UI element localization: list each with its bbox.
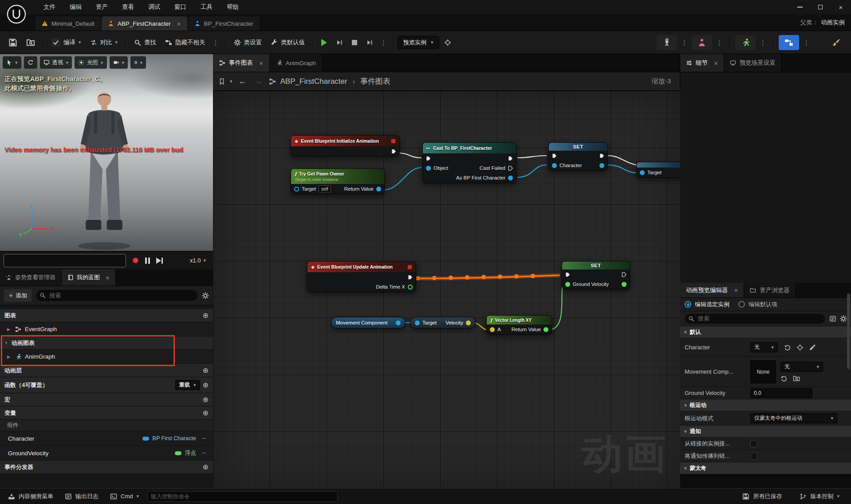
settings-gear-icon[interactable] (202, 292, 209, 299)
self-default-value[interactable]: self (319, 185, 331, 192)
exec-in-pin[interactable] (565, 272, 570, 277)
breadcrumb-current[interactable]: 事件图表 (360, 76, 390, 86)
root-motion-mode-dropdown[interactable]: 仅蒙太奇中的根运动 ▾ (750, 413, 837, 423)
diff-button[interactable]: 对比 ▾ (86, 35, 122, 50)
ground-velocity-input[interactable] (750, 388, 812, 398)
movement-value-dropdown[interactable]: 无 ▾ (780, 362, 823, 372)
console-command-input[interactable] (147, 491, 338, 502)
node-get-movement-component[interactable]: Movement Component (331, 317, 406, 328)
add-variable-button[interactable]: ⊕ (203, 409, 209, 417)
play-button[interactable] (317, 36, 331, 49)
chevron-down-icon[interactable]: ▾ (230, 78, 232, 84)
animation-options-button[interactable]: ⋮ (757, 37, 768, 48)
details-scrollbar[interactable] (847, 293, 850, 369)
hide-unrelated-button[interactable]: 隐藏不相关 (161, 35, 209, 50)
exec-out-pin[interactable] (391, 149, 396, 154)
content-drawer-button[interactable]: 内容侧滑菜单 (4, 491, 57, 502)
preview-instance-dropdown[interactable]: 预览实例 ▾ (398, 36, 439, 49)
physics-mode-button[interactable] (826, 35, 847, 50)
play-options-button[interactable]: ⋮ (378, 37, 389, 48)
variable-row-groundvelocity[interactable]: GroundVelocity 浮点 ~ (0, 446, 213, 461)
menu-tools[interactable]: 工具 (193, 0, 220, 14)
node-event-update-animation[interactable]: ◆ Event Blueprint Update Animation Delta… (307, 261, 416, 292)
output-log-button[interactable]: 输出日志 (61, 491, 102, 502)
radio-edit-instance[interactable] (685, 301, 691, 308)
tab-asset-browser[interactable]: 资产浏览器 (744, 283, 796, 297)
lit-mode-dropdown[interactable]: 光照▾ (75, 56, 107, 69)
movement-component-out-pin[interactable] (396, 320, 401, 325)
camera-dropdown[interactable]: ▾ (110, 56, 128, 69)
section-functions[interactable]: 函数（4可覆盖） 重载 ▾ ⊕ (0, 377, 213, 393)
menu-edit[interactable]: 编辑 (63, 0, 89, 14)
more-options-button[interactable]: ⋮ (210, 37, 221, 48)
object-thumbnail[interactable]: None (750, 360, 776, 383)
step-forward-button[interactable] (156, 258, 163, 264)
cast-failed-exec-pin[interactable] (508, 166, 513, 171)
mesh-options-button[interactable]: ⋮ (714, 37, 725, 48)
maximize-button[interactable] (810, 0, 831, 14)
receive-notifies-checkbox[interactable] (750, 440, 757, 447)
propagate-notifies-checkbox[interactable] (750, 453, 757, 460)
browse-asset-button[interactable] (22, 35, 39, 50)
exec-in-pin[interactable] (426, 156, 431, 161)
menu-view[interactable]: 查看 (115, 0, 141, 14)
pause-button[interactable] (145, 258, 150, 264)
close-tab-icon[interactable]: × (259, 59, 263, 67)
menu-debug[interactable]: 调试 (141, 0, 167, 14)
unreal-logo-icon[interactable] (4, 2, 28, 26)
tab-details[interactable]: 细节 × (680, 54, 724, 72)
add-macro-button[interactable]: ⊕ (203, 395, 209, 404)
return-value-pin[interactable] (376, 187, 381, 191)
target-pin[interactable] (294, 187, 299, 191)
exec-in-pin[interactable] (552, 153, 557, 158)
return-value-pin[interactable] (544, 327, 548, 332)
menu-help[interactable]: 帮助 (220, 0, 246, 14)
tab-abp-firstcharacter[interactable]: ABP_FirstCharacter × (102, 16, 187, 31)
exec-out-pin[interactable] (408, 275, 413, 280)
revision-control-button[interactable]: 版本控制 ▾ (796, 491, 843, 502)
view-options-icon[interactable] (829, 315, 836, 322)
eject-button[interactable] (362, 36, 377, 49)
node-vector-length-xy[interactable]: ƒ Vector Length XY A Return Value (486, 315, 552, 335)
a-pin[interactable] (490, 327, 495, 332)
character-pin[interactable] (552, 163, 557, 168)
forward-button[interactable]: → (253, 77, 264, 86)
node-cast-to-bp-firstcharacter[interactable]: ▸▸ Cast To BP_FirstCharacter Object Cast… (422, 142, 516, 183)
anim-blueprint-mode-button[interactable] (779, 35, 799, 50)
use-selected-icon[interactable] (780, 375, 788, 382)
close-button[interactable]: × (831, 0, 851, 14)
animation-mode-button[interactable] (735, 35, 756, 50)
section-macros[interactable]: 宏 ⊕ (0, 393, 213, 406)
search-input[interactable] (684, 313, 826, 324)
expand-icon[interactable]: ▶ (7, 327, 12, 332)
skeleton-mode-button[interactable] (657, 35, 677, 50)
preview-viewport[interactable]: ▾ 透视▾ 光照▾ ▾ ≡▾ 正在预览ABP_FirstCharacter_C。… (0, 54, 213, 251)
use-selected-icon[interactable] (784, 344, 791, 351)
eyedropper-icon[interactable] (809, 344, 816, 351)
ground-velocity-pin[interactable] (565, 282, 570, 287)
mesh-mode-button[interactable] (692, 35, 712, 50)
pick-object-icon[interactable] (796, 344, 804, 351)
target-pin[interactable] (415, 320, 420, 325)
add-layer-button[interactable]: ⊕ (203, 366, 209, 375)
expand-icon[interactable]: ▶ (7, 355, 12, 359)
class-settings-button[interactable]: 类设置 (230, 35, 266, 50)
radio-edit-defaults[interactable] (738, 301, 745, 308)
settings-gear-icon[interactable] (840, 315, 847, 322)
record-button[interactable] (132, 257, 139, 264)
node-event-initialize-animation[interactable]: ◆ Event Blueprint Initialize Animation (291, 135, 400, 156)
frame-skip-button[interactable] (332, 36, 347, 49)
velocity-out-pin[interactable] (466, 320, 471, 325)
add-graph-button[interactable]: ⊕ (203, 311, 209, 320)
variable-row-character[interactable]: Character BP First Characte ~ (0, 431, 213, 446)
search-input[interactable] (35, 289, 198, 302)
section-animation-graphs[interactable]: ▼ 动画图表 (0, 336, 213, 350)
tab-preview-scene-settings[interactable]: 预览场景设置 (724, 54, 782, 72)
parent-class-link[interactable]: 动画实例 (821, 19, 845, 27)
tab-event-graph[interactable]: 事件图表 × (213, 54, 270, 72)
viewport-rotate-button[interactable] (24, 56, 37, 69)
minimize-button[interactable] (790, 0, 810, 14)
all-saved-button[interactable]: 所有已保存 (739, 491, 785, 502)
menu-window[interactable]: 窗口 (167, 0, 193, 14)
viewport-select-dropdown[interactable]: ▾ (3, 56, 21, 69)
